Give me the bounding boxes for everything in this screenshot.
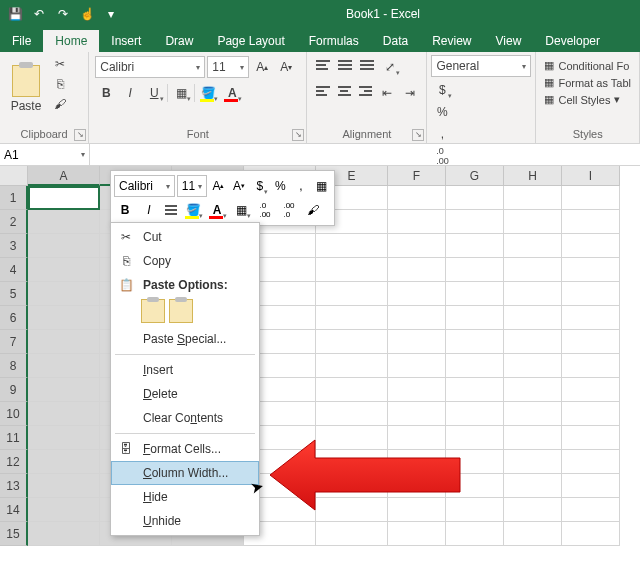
cell-A1[interactable] [28,186,100,210]
cell-A10[interactable] [28,402,100,426]
mini-percent-icon[interactable]: % [271,175,290,197]
tab-review[interactable]: Review [420,30,483,52]
cell-I2[interactable] [562,210,620,234]
mini-font-color-icon[interactable]: A▾ [206,199,228,221]
cell-F7[interactable] [388,330,446,354]
mini-decrease-decimal-icon[interactable]: .00.0 [278,199,300,221]
mini-font-combo[interactable]: Calibri▾ [114,175,175,197]
column-header-G[interactable]: G [446,166,504,186]
row-header-8[interactable]: 8 [0,354,28,378]
font-name-combo[interactable]: Calibri▾ [95,56,205,78]
increase-font-icon[interactable]: A▴ [251,56,273,78]
increase-decimal-icon[interactable]: .0.00 [431,145,453,167]
conditional-formatting-button[interactable]: ▦Conditional Fo [540,58,635,73]
cell-H6[interactable] [504,306,562,330]
cell-E14[interactable] [316,498,388,522]
align-top-icon[interactable] [313,56,333,74]
cell-I5[interactable] [562,282,620,306]
cell-F11[interactable] [388,426,446,450]
redo-icon[interactable]: ↷ [52,3,74,25]
cell-I9[interactable] [562,378,620,402]
format-as-table-button[interactable]: ▦Format as Tabl [540,75,635,90]
mini-comma-icon[interactable]: , [292,175,311,197]
cell-I14[interactable] [562,498,620,522]
cell-A4[interactable] [28,258,100,282]
cell-F6[interactable] [388,306,446,330]
cell-H13[interactable] [504,474,562,498]
copy-icon[interactable]: ⎘ [50,75,70,93]
paste-option-default[interactable] [141,299,165,323]
tab-insert[interactable]: Insert [99,30,153,52]
italic-button[interactable]: I [119,82,141,104]
cell-E9[interactable] [316,378,388,402]
row-header-3[interactable]: 3 [0,234,28,258]
save-icon[interactable]: 💾 [4,3,26,25]
increase-indent-icon[interactable]: ⇥ [400,82,421,104]
row-header-9[interactable]: 9 [0,378,28,402]
tab-data[interactable]: Data [371,30,420,52]
cell-F10[interactable] [388,402,446,426]
row-header-7[interactable]: 7 [0,330,28,354]
cell-H15[interactable] [504,522,562,546]
row-header-2[interactable]: 2 [0,210,28,234]
cell-I15[interactable] [562,522,620,546]
row-header-15[interactable]: 15 [0,522,28,546]
cell-E4[interactable] [316,258,388,282]
mini-borders-icon[interactable]: ▦▾ [230,199,252,221]
cell-H4[interactable] [504,258,562,282]
mini-increase-font-icon[interactable]: A▴ [209,175,228,197]
number-format-combo[interactable]: General▾ [431,55,531,77]
cell-I7[interactable] [562,330,620,354]
cut-icon[interactable]: ✂ [50,55,70,73]
mini-italic-icon[interactable]: I [138,199,160,221]
cell-I4[interactable] [562,258,620,282]
cell-G6[interactable] [446,306,504,330]
cell-G9[interactable] [446,378,504,402]
cell-H8[interactable] [504,354,562,378]
cell-H2[interactable] [504,210,562,234]
orientation-icon[interactable]: ⤢▾ [379,56,401,78]
cell-F3[interactable] [388,234,446,258]
cell-G11[interactable] [446,426,504,450]
cell-styles-button[interactable]: ▦Cell Styles▾ [540,92,635,107]
font-size-combo[interactable]: 11▾ [207,56,249,78]
cell-I3[interactable] [562,234,620,258]
mini-fill-color-icon[interactable]: 🪣▾ [182,199,204,221]
cell-A7[interactable] [28,330,100,354]
comma-format-icon[interactable]: , [431,123,453,145]
cell-A12[interactable] [28,450,100,474]
cell-E15[interactable] [316,522,388,546]
cell-F2[interactable] [388,210,446,234]
customize-qat-icon[interactable]: ▾ [100,3,122,25]
cell-F8[interactable] [388,354,446,378]
select-all-corner[interactable] [0,166,28,186]
cell-A8[interactable] [28,354,100,378]
clipboard-launcher[interactable]: ↘ [74,129,86,141]
context-copy[interactable]: ⎘Copy [111,249,259,273]
cell-I10[interactable] [562,402,620,426]
underline-button[interactable]: U▾ [143,82,165,104]
cell-A6[interactable] [28,306,100,330]
cell-A3[interactable] [28,234,100,258]
row-header-4[interactable]: 4 [0,258,28,282]
align-right-icon[interactable] [356,82,375,100]
row-header-12[interactable]: 12 [0,450,28,474]
cell-I8[interactable] [562,354,620,378]
row-header-10[interactable]: 10 [0,402,28,426]
borders-button[interactable]: ▦▾ [170,82,192,104]
row-header-5[interactable]: 5 [0,282,28,306]
cell-I1[interactable] [562,186,620,210]
cell-E10[interactable] [316,402,388,426]
context-hide[interactable]: Hide [111,485,259,509]
cell-H12[interactable] [504,450,562,474]
font-color-button[interactable]: A▾ [221,82,243,104]
column-header-A[interactable]: A [28,166,100,186]
cell-A11[interactable] [28,426,100,450]
cell-H14[interactable] [504,498,562,522]
context-column-width[interactable]: Column Width... [111,461,259,485]
cell-E7[interactable] [316,330,388,354]
cell-E8[interactable] [316,354,388,378]
align-center-icon[interactable] [335,82,354,100]
cell-G5[interactable] [446,282,504,306]
context-paste-special[interactable]: Paste Special... [111,327,259,351]
